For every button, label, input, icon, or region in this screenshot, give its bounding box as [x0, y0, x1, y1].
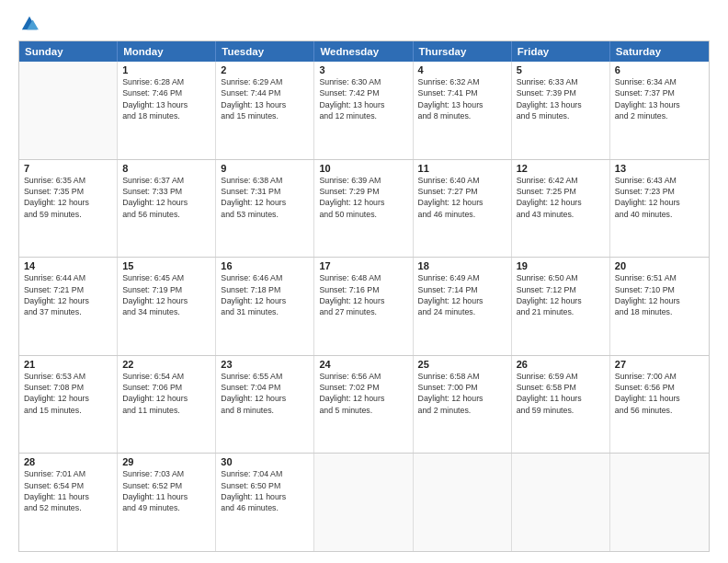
- day-info: Sunrise: 6:49 AM Sunset: 7:14 PM Dayligh…: [418, 272, 506, 317]
- day-info: Sunrise: 6:54 AM Sunset: 7:06 PM Dayligh…: [122, 371, 210, 416]
- calendar-cell: 10Sunrise: 6:39 AM Sunset: 7:29 PM Dayli…: [314, 160, 413, 258]
- header: [18, 17, 710, 31]
- day-number: 18: [418, 260, 506, 271]
- calendar-cell: 29Sunrise: 7:03 AM Sunset: 6:52 PM Dayli…: [118, 454, 216, 551]
- calendar-cell: [512, 454, 610, 551]
- day-info: Sunrise: 6:45 AM Sunset: 7:19 PM Dayligh…: [122, 272, 210, 317]
- logo: [18, 17, 39, 31]
- day-info: Sunrise: 6:58 AM Sunset: 7:00 PM Dayligh…: [418, 371, 506, 416]
- calendar-cell: 2Sunrise: 6:29 AM Sunset: 7:44 PM Daylig…: [216, 62, 314, 159]
- day-number: 2: [221, 64, 309, 75]
- calendar: SundayMondayTuesdayWednesdayThursdayFrid…: [18, 40, 710, 552]
- calendar-cell: 30Sunrise: 7:04 AM Sunset: 6:50 PM Dayli…: [216, 454, 314, 551]
- day-number: 4: [418, 64, 506, 75]
- calendar-header: SundayMondayTuesdayWednesdayThursdayFrid…: [19, 41, 709, 62]
- day-info: Sunrise: 6:56 AM Sunset: 7:02 PM Dayligh…: [319, 371, 407, 416]
- header-cell-monday: Monday: [118, 41, 216, 62]
- day-info: Sunrise: 6:44 AM Sunset: 7:21 PM Dayligh…: [24, 272, 112, 317]
- day-info: Sunrise: 6:28 AM Sunset: 7:46 PM Dayligh…: [122, 76, 210, 121]
- page: SundayMondayTuesdayWednesdayThursdayFrid…: [0, 0, 728, 563]
- calendar-cell: [314, 454, 413, 551]
- day-info: Sunrise: 6:38 AM Sunset: 7:31 PM Dayligh…: [221, 175, 309, 220]
- calendar-row-1: 7Sunrise: 6:35 AM Sunset: 7:35 PM Daylig…: [19, 159, 709, 258]
- calendar-cell: 4Sunrise: 6:32 AM Sunset: 7:41 PM Daylig…: [414, 62, 512, 159]
- day-number: 30: [221, 456, 309, 467]
- day-info: Sunrise: 6:37 AM Sunset: 7:33 PM Dayligh…: [122, 175, 210, 220]
- day-info: Sunrise: 7:00 AM Sunset: 6:56 PM Dayligh…: [615, 371, 704, 416]
- day-number: 19: [517, 260, 605, 271]
- calendar-cell: 1Sunrise: 6:28 AM Sunset: 7:46 PM Daylig…: [118, 62, 216, 159]
- day-info: Sunrise: 6:43 AM Sunset: 7:23 PM Dayligh…: [615, 175, 704, 220]
- day-number: 9: [221, 163, 309, 174]
- logo-icon: [20, 15, 39, 31]
- calendar-cell: 27Sunrise: 7:00 AM Sunset: 6:56 PM Dayli…: [610, 356, 709, 454]
- calendar-cell: 11Sunrise: 6:40 AM Sunset: 7:27 PM Dayli…: [414, 160, 512, 258]
- day-number: 6: [615, 64, 704, 75]
- day-info: Sunrise: 6:39 AM Sunset: 7:29 PM Dayligh…: [319, 175, 407, 220]
- calendar-row-4: 28Sunrise: 7:01 AM Sunset: 6:54 PM Dayli…: [19, 453, 709, 551]
- day-number: 13: [615, 163, 704, 174]
- calendar-cell: 13Sunrise: 6:43 AM Sunset: 7:23 PM Dayli…: [610, 160, 709, 258]
- day-number: 7: [24, 163, 112, 174]
- day-number: 10: [319, 163, 407, 174]
- day-number: 5: [517, 64, 605, 75]
- calendar-cell: 21Sunrise: 6:53 AM Sunset: 7:08 PM Dayli…: [19, 356, 118, 454]
- day-number: 25: [418, 359, 506, 370]
- calendar-cell: 19Sunrise: 6:50 AM Sunset: 7:12 PM Dayli…: [512, 258, 610, 355]
- day-number: 3: [319, 64, 407, 75]
- day-info: Sunrise: 6:42 AM Sunset: 7:25 PM Dayligh…: [517, 175, 605, 220]
- day-number: 24: [319, 359, 407, 370]
- day-info: Sunrise: 6:34 AM Sunset: 7:37 PM Dayligh…: [615, 76, 704, 121]
- calendar-cell: 12Sunrise: 6:42 AM Sunset: 7:25 PM Dayli…: [512, 160, 610, 258]
- calendar-cell: 3Sunrise: 6:30 AM Sunset: 7:42 PM Daylig…: [314, 62, 413, 159]
- day-info: Sunrise: 6:59 AM Sunset: 6:58 PM Dayligh…: [517, 371, 605, 416]
- calendar-cell: [19, 62, 118, 159]
- calendar-row-2: 14Sunrise: 6:44 AM Sunset: 7:21 PM Dayli…: [19, 257, 709, 355]
- day-info: Sunrise: 7:04 AM Sunset: 6:50 PM Dayligh…: [221, 468, 309, 513]
- calendar-cell: 23Sunrise: 6:55 AM Sunset: 7:04 PM Dayli…: [216, 356, 314, 454]
- day-number: 8: [122, 163, 210, 174]
- calendar-cell: 15Sunrise: 6:45 AM Sunset: 7:19 PM Dayli…: [118, 258, 216, 355]
- day-number: 12: [517, 163, 605, 174]
- day-info: Sunrise: 6:55 AM Sunset: 7:04 PM Dayligh…: [221, 371, 309, 416]
- header-cell-wednesday: Wednesday: [314, 41, 413, 62]
- day-info: Sunrise: 6:35 AM Sunset: 7:35 PM Dayligh…: [24, 175, 112, 220]
- calendar-cell: 14Sunrise: 6:44 AM Sunset: 7:21 PM Dayli…: [19, 258, 118, 355]
- day-info: Sunrise: 6:30 AM Sunset: 7:42 PM Dayligh…: [319, 76, 407, 121]
- day-info: Sunrise: 6:32 AM Sunset: 7:41 PM Dayligh…: [418, 76, 506, 121]
- day-number: 28: [24, 456, 112, 467]
- day-number: 1: [122, 64, 210, 75]
- day-number: 16: [221, 260, 309, 271]
- calendar-row-0: 1Sunrise: 6:28 AM Sunset: 7:46 PM Daylig…: [19, 62, 709, 159]
- day-info: Sunrise: 6:40 AM Sunset: 7:27 PM Dayligh…: [418, 175, 506, 220]
- day-info: Sunrise: 6:51 AM Sunset: 7:10 PM Dayligh…: [615, 272, 704, 317]
- day-number: 21: [24, 359, 112, 370]
- calendar-cell: 28Sunrise: 7:01 AM Sunset: 6:54 PM Dayli…: [19, 454, 118, 551]
- day-info: Sunrise: 7:01 AM Sunset: 6:54 PM Dayligh…: [24, 468, 112, 513]
- day-info: Sunrise: 6:29 AM Sunset: 7:44 PM Dayligh…: [221, 76, 309, 121]
- calendar-cell: 5Sunrise: 6:33 AM Sunset: 7:39 PM Daylig…: [512, 62, 610, 159]
- calendar-body: 1Sunrise: 6:28 AM Sunset: 7:46 PM Daylig…: [19, 62, 709, 551]
- header-cell-saturday: Saturday: [610, 41, 709, 62]
- day-number: 15: [122, 260, 210, 271]
- calendar-cell: 22Sunrise: 6:54 AM Sunset: 7:06 PM Dayli…: [118, 356, 216, 454]
- day-number: 22: [122, 359, 210, 370]
- calendar-cell: [414, 454, 512, 551]
- header-cell-thursday: Thursday: [414, 41, 512, 62]
- day-number: 23: [221, 359, 309, 370]
- day-info: Sunrise: 6:46 AM Sunset: 7:18 PM Dayligh…: [221, 272, 309, 317]
- day-number: 20: [615, 260, 704, 271]
- day-number: 14: [24, 260, 112, 271]
- day-number: 17: [319, 260, 407, 271]
- day-number: 27: [615, 359, 704, 370]
- calendar-cell: 17Sunrise: 6:48 AM Sunset: 7:16 PM Dayli…: [314, 258, 413, 355]
- calendar-cell: 16Sunrise: 6:46 AM Sunset: 7:18 PM Dayli…: [216, 258, 314, 355]
- day-info: Sunrise: 6:48 AM Sunset: 7:16 PM Dayligh…: [319, 272, 407, 317]
- day-info: Sunrise: 6:33 AM Sunset: 7:39 PM Dayligh…: [517, 76, 605, 121]
- calendar-row-3: 21Sunrise: 6:53 AM Sunset: 7:08 PM Dayli…: [19, 355, 709, 454]
- calendar-cell: 26Sunrise: 6:59 AM Sunset: 6:58 PM Dayli…: [512, 356, 610, 454]
- day-info: Sunrise: 6:50 AM Sunset: 7:12 PM Dayligh…: [517, 272, 605, 317]
- calendar-cell: [610, 454, 709, 551]
- calendar-cell: 24Sunrise: 6:56 AM Sunset: 7:02 PM Dayli…: [314, 356, 413, 454]
- calendar-cell: 9Sunrise: 6:38 AM Sunset: 7:31 PM Daylig…: [216, 160, 314, 258]
